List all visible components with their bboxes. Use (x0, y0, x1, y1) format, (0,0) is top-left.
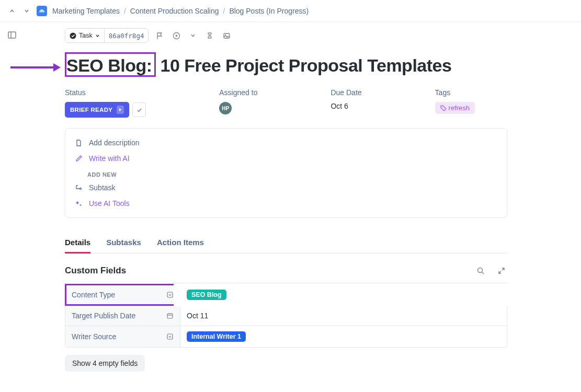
assigned-label: Assigned to (219, 88, 257, 97)
svg-point-8 (80, 188, 82, 189)
cf-name[interactable]: Target Publish Date (65, 305, 180, 326)
cf-row-content-type: Content Type SEO Blog (65, 284, 507, 305)
dropdown-field-icon (166, 333, 174, 340)
status-label: Status (65, 88, 146, 97)
cf-value[interactable]: Oct 11 (180, 305, 507, 326)
play-icon[interactable] (170, 30, 182, 41)
custom-fields-title: Custom Fields (65, 266, 126, 276)
task-type-selector[interactable]: Task 86a0fr8g4 (65, 28, 149, 43)
dropdown-field-icon (166, 291, 174, 298)
nav-back[interactable] (7, 6, 17, 16)
chevron-down-icon (95, 33, 100, 38)
hourglass-icon[interactable] (204, 30, 215, 41)
calendar-icon (166, 312, 174, 319)
sparkle-icon (75, 200, 83, 207)
write-with-ai[interactable]: Write with AI (65, 151, 507, 166)
page-title[interactable]: SEO Blog: 10 Free Project Proposal Templ… (65, 52, 507, 77)
svg-rect-0 (8, 32, 16, 38)
tag-pill[interactable]: refresh (435, 102, 475, 114)
task-type-label: Task (79, 32, 93, 39)
cf-row-writer-source: Writer Source Internal Writer 1 (65, 326, 507, 347)
svg-point-7 (441, 107, 442, 108)
add-description[interactable]: Add description (65, 135, 507, 151)
svg-rect-11 (167, 292, 173, 297)
sidebar-toggle-icon[interactable] (6, 29, 18, 41)
breadcrumb: Marketing Templates / Content Production… (52, 7, 309, 15)
annotation-arrow-title (10, 62, 62, 73)
breadcrumb-item[interactable]: Content Production Scaling (130, 7, 219, 15)
task-badge-icon (70, 32, 76, 39)
status-next-icon[interactable] (117, 106, 124, 114)
assignee-avatar[interactable]: HP (219, 102, 232, 114)
title-rest: 10 Free Project Proposal Templates (156, 55, 452, 75)
breadcrumb-item[interactable]: Blog Posts (In Progress) (229, 7, 309, 15)
image-icon[interactable] (221, 30, 232, 41)
search-icon[interactable] (475, 265, 486, 276)
due-date-value[interactable]: Oct 6 (331, 102, 361, 110)
expand-icon[interactable] (496, 265, 507, 276)
add-new-heading: ADD NEW (65, 166, 507, 180)
use-ai-tools[interactable]: Use AI Tools (65, 195, 507, 211)
task-id[interactable]: 86a0fr8g4 (105, 29, 149, 42)
status-pill[interactable]: BRIEF READY (65, 102, 129, 118)
workspace-icon (37, 6, 47, 16)
due-date-label: Due Date (331, 88, 361, 97)
flag-icon[interactable] (154, 30, 165, 41)
svg-point-2 (70, 32, 76, 39)
svg-line-10 (482, 272, 484, 274)
pencil-icon (75, 155, 83, 163)
cf-name[interactable]: Writer Source (65, 326, 180, 347)
title-highlight: SEO Blog: (65, 52, 156, 77)
nav-forward[interactable] (22, 6, 31, 16)
description-box: Add description Write with AI ADD NEW Su… (65, 128, 507, 218)
tab-action-items[interactable]: Action Items (157, 233, 204, 253)
cf-row-publish-date: Target Publish Date Oct 11 (65, 305, 507, 326)
cf-value[interactable]: Internal Writer 1 (180, 326, 507, 347)
show-empty-fields[interactable]: Show 4 empty fields (65, 355, 145, 372)
breadcrumb-item[interactable]: Marketing Templates (52, 7, 120, 15)
complete-checkbox[interactable] (132, 102, 146, 117)
cf-value[interactable]: SEO Blog (180, 284, 507, 305)
tabs: Details Subtasks Action Items (65, 233, 507, 253)
chevron-down-icon[interactable] (187, 30, 199, 41)
svg-point-9 (478, 268, 483, 273)
svg-rect-12 (167, 314, 173, 318)
tags-label: Tags (435, 88, 475, 97)
document-icon (75, 139, 83, 147)
tab-details[interactable]: Details (65, 233, 90, 253)
status-value: BRIEF READY (70, 107, 112, 113)
custom-fields-table: Content Type SEO Blog Target Publish Dat… (65, 284, 507, 348)
cf-name[interactable]: Content Type (65, 284, 180, 305)
tag-text: refresh (449, 104, 470, 112)
subtask-icon (75, 184, 83, 192)
tag-icon (440, 105, 447, 111)
tab-subtasks[interactable]: Subtasks (106, 233, 141, 253)
svg-rect-16 (167, 334, 173, 339)
add-subtask[interactable]: Subtask (65, 180, 507, 195)
